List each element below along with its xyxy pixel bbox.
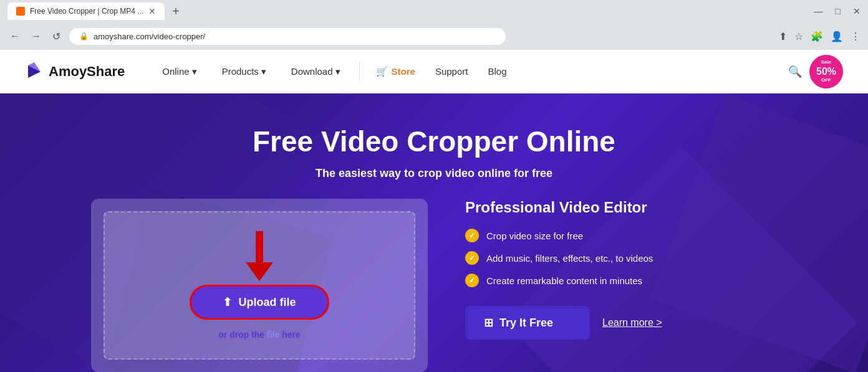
arrow-shaft bbox=[256, 231, 263, 262]
bookmark-icon[interactable]: ☆ bbox=[794, 31, 803, 42]
nav-download[interactable]: Download ▾ bbox=[279, 50, 353, 93]
upload-box: ⬆ Upload file or drop the file here bbox=[91, 199, 428, 372]
feature-item-3: ✓ Create remarkable content in minutes bbox=[465, 274, 702, 287]
sale-text: Sale bbox=[821, 59, 831, 65]
chevron-down-icon: ▾ bbox=[261, 66, 266, 77]
try-free-label: Try It Free bbox=[499, 317, 553, 330]
hero-title: Free Video Cropper Online bbox=[253, 125, 615, 158]
cta-row: ⊞ Try It Free Learn more > bbox=[465, 306, 702, 340]
menu-icon[interactable]: ⋮ bbox=[851, 31, 861, 42]
logo[interactable]: AmoyShare bbox=[25, 62, 125, 81]
sale-badge[interactable]: Sale 50% OFF bbox=[809, 55, 843, 88]
learn-more-link[interactable]: Learn more > bbox=[602, 317, 662, 328]
feature-text-1: Crop video size for free bbox=[486, 231, 583, 241]
tab-close-btn[interactable]: ✕ bbox=[148, 6, 156, 16]
title-bar: Free Video Cropper | Crop MP4 ... ✕ + — … bbox=[0, 0, 868, 22]
feature-text-3: Create remarkable content in minutes bbox=[486, 275, 642, 286]
tab-favicon bbox=[16, 7, 25, 16]
hero-subtitle: The easiest way to crop video online for… bbox=[316, 167, 552, 180]
check-icon-3: ✓ bbox=[465, 274, 479, 287]
address-bar-row: ← → ↺ 🔒 amoyshare.com/video-cropper/ ⬆ ☆… bbox=[0, 22, 868, 50]
promo-title: Professional Video Editor bbox=[465, 199, 702, 216]
check-icon-1: ✓ bbox=[465, 229, 479, 242]
site-header: AmoyShare Online ▾ Products ▾ Download ▾… bbox=[0, 50, 868, 93]
maximize-btn[interactable]: □ bbox=[836, 6, 841, 16]
search-icon[interactable]: 🔍 bbox=[781, 65, 809, 79]
profile-icon[interactable]: 👤 bbox=[831, 31, 843, 42]
chevron-down-icon: ▾ bbox=[192, 66, 197, 77]
red-arrow-indicator bbox=[246, 231, 273, 281]
promo-panel: Professional Video Editor ✓ Crop video s… bbox=[465, 199, 702, 372]
cart-icon: 🛒 bbox=[376, 66, 388, 77]
refresh-button[interactable]: ↺ bbox=[50, 28, 63, 45]
try-it-free-button[interactable]: ⊞ Try It Free bbox=[465, 306, 590, 340]
address-bar[interactable]: 🔒 amoyshare.com/video-cropper/ bbox=[69, 28, 506, 45]
upload-file-button[interactable]: ⬆ Upload file bbox=[190, 285, 329, 320]
chevron-down-icon: ▾ bbox=[335, 66, 340, 77]
nav-products[interactable]: Products ▾ bbox=[210, 50, 279, 93]
browser-actions: ⬆ ☆ 🧩 👤 ⋮ bbox=[779, 31, 861, 42]
url-text: amoyshare.com/video-cropper/ bbox=[94, 32, 205, 41]
lock-icon: 🔒 bbox=[79, 32, 89, 41]
check-icon-2: ✓ bbox=[465, 251, 479, 265]
hero-content: ⬆ Upload file or drop the file here Prof… bbox=[91, 199, 777, 372]
minimize-btn[interactable]: — bbox=[814, 6, 823, 16]
feature-item-1: ✓ Crop video size for free bbox=[465, 229, 702, 242]
website: AmoyShare Online ▾ Products ▾ Download ▾… bbox=[0, 50, 868, 372]
close-btn[interactable]: ✕ bbox=[853, 6, 861, 16]
upload-icon: ⬆ bbox=[223, 295, 232, 309]
feature-list: ✓ Crop video size for free ✓ Add music, … bbox=[465, 229, 702, 287]
sale-percent: 50% bbox=[816, 65, 836, 77]
windows-icon: ⊞ bbox=[484, 316, 493, 330]
drop-file-link[interactable]: file bbox=[267, 330, 279, 340]
nav-store[interactable]: 🛒 Store bbox=[366, 66, 425, 77]
hero-section: Free Video Cropper Online The easiest wa… bbox=[0, 93, 868, 372]
logo-text: AmoyShare bbox=[49, 64, 125, 80]
feature-item-2: ✓ Add music, filters, effects, etc., to … bbox=[465, 251, 702, 265]
nav-blog[interactable]: Blog bbox=[478, 66, 516, 77]
nav-links: Online ▾ Products ▾ Download ▾ 🛒 Store S… bbox=[150, 50, 781, 93]
back-button[interactable]: ← bbox=[7, 28, 22, 44]
window-controls: — □ ✕ bbox=[814, 6, 861, 16]
drop-text: or drop the file here bbox=[218, 330, 300, 340]
share-icon[interactable]: ⬆ bbox=[779, 31, 787, 42]
arrow-head bbox=[246, 262, 273, 281]
nav-support[interactable]: Support bbox=[425, 66, 478, 77]
browser-tab[interactable]: Free Video Cropper | Crop MP4 ... ✕ bbox=[7, 2, 165, 20]
browser-chrome: Free Video Cropper | Crop MP4 ... ✕ + — … bbox=[0, 0, 868, 50]
forward-button[interactable]: → bbox=[29, 28, 44, 44]
extensions-icon[interactable]: 🧩 bbox=[811, 31, 823, 42]
nav-online[interactable]: Online ▾ bbox=[150, 50, 209, 93]
logo-icon bbox=[25, 62, 44, 81]
tab-title: Free Video Cropper | Crop MP4 ... bbox=[30, 7, 143, 16]
sale-off: OFF bbox=[821, 77, 831, 83]
upload-inner: ⬆ Upload file or drop the file here bbox=[104, 211, 415, 360]
new-tab-button[interactable]: + bbox=[170, 4, 182, 19]
feature-text-2: Add music, filters, effects, etc., to vi… bbox=[486, 253, 653, 264]
nav-divider bbox=[359, 62, 360, 81]
